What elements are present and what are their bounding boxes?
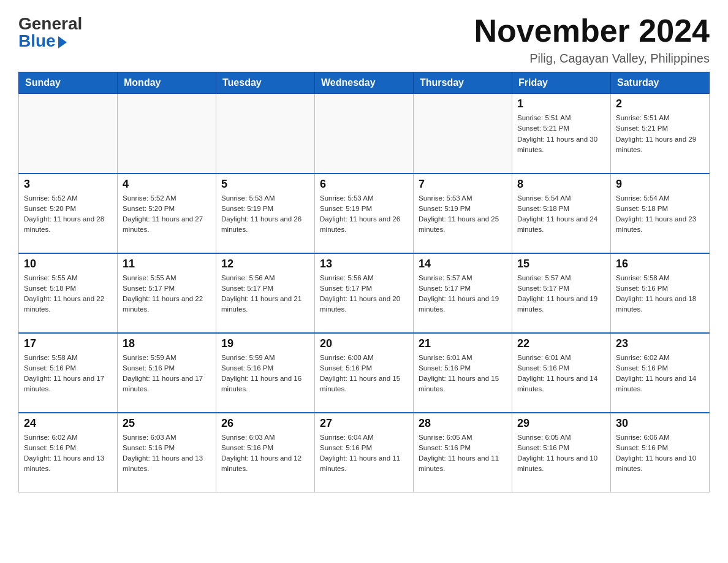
day-info: Sunrise: 5:53 AMSunset: 5:19 PMDaylight:… (419, 193, 507, 236)
day-number: 23 (616, 337, 704, 350)
day-number: 26 (221, 417, 309, 430)
day-info: Sunrise: 5:55 AMSunset: 5:17 PMDaylight:… (123, 273, 211, 315)
day-info: Sunrise: 6:01 AMSunset: 5:16 PMDaylight:… (419, 353, 507, 395)
calendar-cell: 26Sunrise: 6:03 AMSunset: 5:16 PMDayligh… (216, 413, 315, 492)
calendar-cell: 8Sunrise: 5:54 AMSunset: 5:18 PMDaylight… (512, 174, 611, 253)
day-info: Sunrise: 6:04 AMSunset: 5:16 PMDaylight:… (320, 432, 408, 475)
day-number: 4 (123, 178, 211, 191)
day-number: 28 (419, 417, 507, 430)
calendar-cell: 17Sunrise: 5:58 AMSunset: 5:16 PMDayligh… (19, 333, 118, 413)
calendar-cell (118, 94, 216, 174)
calendar-cell: 24Sunrise: 6:02 AMSunset: 5:16 PMDayligh… (19, 413, 118, 492)
calendar-cell: 1Sunrise: 5:51 AMSunset: 5:21 PMDaylight… (512, 94, 611, 174)
day-info: Sunrise: 5:52 AMSunset: 5:20 PMDaylight:… (123, 193, 211, 236)
day-info: Sunrise: 5:54 AMSunset: 5:18 PMDaylight:… (616, 193, 704, 236)
day-info: Sunrise: 6:05 AMSunset: 5:16 PMDaylight:… (419, 432, 507, 475)
calendar-cell: 2Sunrise: 5:51 AMSunset: 5:21 PMDaylight… (611, 94, 710, 174)
title-section: November 2024 Pilig, Cagayan Valley, Phi… (474, 12, 710, 66)
calendar-cell: 14Sunrise: 5:57 AMSunset: 5:17 PMDayligh… (414, 253, 512, 333)
month-title: November 2024 (474, 12, 710, 49)
calendar-header-friday: Friday (512, 72, 611, 94)
day-info: Sunrise: 6:06 AMSunset: 5:16 PMDaylight:… (616, 432, 704, 475)
calendar-cell: 7Sunrise: 5:53 AMSunset: 5:19 PMDaylight… (414, 174, 512, 253)
calendar-cell: 21Sunrise: 6:01 AMSunset: 5:16 PMDayligh… (414, 333, 512, 413)
calendar-week-row: 17Sunrise: 5:58 AMSunset: 5:16 PMDayligh… (19, 333, 710, 413)
day-number: 2 (616, 98, 704, 110)
day-info: Sunrise: 5:59 AMSunset: 5:16 PMDaylight:… (221, 353, 309, 395)
calendar-cell: 10Sunrise: 5:55 AMSunset: 5:18 PMDayligh… (19, 253, 118, 333)
location-text: Pilig, Cagayan Valley, Philippines (474, 52, 710, 66)
calendar-cell: 3Sunrise: 5:52 AMSunset: 5:20 PMDaylight… (19, 174, 118, 253)
day-info: Sunrise: 6:02 AMSunset: 5:16 PMDaylight:… (24, 432, 112, 475)
day-info: Sunrise: 6:03 AMSunset: 5:16 PMDaylight:… (123, 432, 211, 475)
day-info: Sunrise: 6:05 AMSunset: 5:16 PMDaylight:… (517, 432, 605, 475)
day-info: Sunrise: 5:51 AMSunset: 5:21 PMDaylight:… (517, 113, 605, 155)
day-number: 6 (320, 178, 408, 191)
calendar-cell: 23Sunrise: 6:02 AMSunset: 5:16 PMDayligh… (611, 333, 710, 413)
calendar-cell: 22Sunrise: 6:01 AMSunset: 5:16 PMDayligh… (512, 333, 611, 413)
calendar-header-row: SundayMondayTuesdayWednesdayThursdayFrid… (19, 72, 710, 94)
logo-arrow-icon (58, 36, 67, 48)
calendar-header-saturday: Saturday (611, 72, 710, 94)
calendar-cell (216, 94, 315, 174)
calendar-week-row: 24Sunrise: 6:02 AMSunset: 5:16 PMDayligh… (19, 413, 710, 492)
day-number: 16 (616, 258, 704, 270)
calendar-cell: 11Sunrise: 5:55 AMSunset: 5:17 PMDayligh… (118, 253, 216, 333)
day-info: Sunrise: 5:53 AMSunset: 5:19 PMDaylight:… (320, 193, 408, 236)
day-info: Sunrise: 5:57 AMSunset: 5:17 PMDaylight:… (419, 273, 507, 315)
calendar-header-tuesday: Tuesday (216, 72, 315, 94)
calendar-cell: 25Sunrise: 6:03 AMSunset: 5:16 PMDayligh… (118, 413, 216, 492)
calendar-cell: 19Sunrise: 5:59 AMSunset: 5:16 PMDayligh… (216, 333, 315, 413)
calendar-header-thursday: Thursday (414, 72, 512, 94)
day-info: Sunrise: 5:51 AMSunset: 5:21 PMDaylight:… (616, 113, 704, 155)
day-number: 3 (24, 178, 112, 191)
calendar-cell: 13Sunrise: 5:56 AMSunset: 5:17 PMDayligh… (315, 253, 414, 333)
logo-general-text: General (18, 15, 82, 33)
calendar-cell (19, 94, 118, 174)
day-number: 19 (221, 337, 309, 350)
day-number: 29 (517, 417, 605, 430)
day-info: Sunrise: 5:55 AMSunset: 5:18 PMDaylight:… (24, 273, 112, 315)
calendar-cell: 12Sunrise: 5:56 AMSunset: 5:17 PMDayligh… (216, 253, 315, 333)
day-info: Sunrise: 5:58 AMSunset: 5:16 PMDaylight:… (616, 273, 704, 315)
day-number: 1 (517, 98, 605, 110)
logo: General Blue (18, 12, 82, 50)
day-number: 7 (419, 178, 507, 191)
calendar-header-sunday: Sunday (19, 72, 118, 94)
day-number: 27 (320, 417, 408, 430)
day-info: Sunrise: 5:59 AMSunset: 5:16 PMDaylight:… (123, 353, 211, 395)
day-info: Sunrise: 5:54 AMSunset: 5:18 PMDaylight:… (517, 193, 605, 236)
calendar-cell: 30Sunrise: 6:06 AMSunset: 5:16 PMDayligh… (611, 413, 710, 492)
page-header: General Blue November 2024 Pilig, Cagaya… (18, 12, 710, 66)
calendar-cell: 9Sunrise: 5:54 AMSunset: 5:18 PMDaylight… (611, 174, 710, 253)
calendar-header-wednesday: Wednesday (315, 72, 414, 94)
day-number: 20 (320, 337, 408, 350)
day-number: 12 (221, 258, 309, 270)
calendar-cell: 28Sunrise: 6:05 AMSunset: 5:16 PMDayligh… (414, 413, 512, 492)
day-number: 11 (123, 258, 211, 270)
day-number: 14 (419, 258, 507, 270)
calendar-week-row: 3Sunrise: 5:52 AMSunset: 5:20 PMDaylight… (19, 174, 710, 253)
day-number: 30 (616, 417, 704, 430)
day-number: 17 (24, 337, 112, 350)
day-info: Sunrise: 5:52 AMSunset: 5:20 PMDaylight:… (24, 193, 112, 236)
day-info: Sunrise: 5:56 AMSunset: 5:17 PMDaylight:… (221, 273, 309, 315)
calendar-table: SundayMondayTuesdayWednesdayThursdayFrid… (18, 72, 710, 492)
day-info: Sunrise: 6:03 AMSunset: 5:16 PMDaylight:… (221, 432, 309, 475)
day-info: Sunrise: 5:53 AMSunset: 5:19 PMDaylight:… (221, 193, 309, 236)
day-info: Sunrise: 6:01 AMSunset: 5:16 PMDaylight:… (517, 353, 605, 395)
calendar-cell: 5Sunrise: 5:53 AMSunset: 5:19 PMDaylight… (216, 174, 315, 253)
calendar-week-row: 10Sunrise: 5:55 AMSunset: 5:18 PMDayligh… (19, 253, 710, 333)
day-number: 18 (123, 337, 211, 350)
day-info: Sunrise: 6:02 AMSunset: 5:16 PMDaylight:… (616, 353, 704, 395)
calendar-cell: 29Sunrise: 6:05 AMSunset: 5:16 PMDayligh… (512, 413, 611, 492)
day-number: 10 (24, 258, 112, 270)
calendar-cell (315, 94, 414, 174)
day-info: Sunrise: 5:58 AMSunset: 5:16 PMDaylight:… (24, 353, 112, 395)
calendar-cell (414, 94, 512, 174)
day-number: 13 (320, 258, 408, 270)
logo-blue-text: Blue (18, 33, 67, 50)
calendar-cell: 16Sunrise: 5:58 AMSunset: 5:16 PMDayligh… (611, 253, 710, 333)
calendar-week-row: 1Sunrise: 5:51 AMSunset: 5:21 PMDaylight… (19, 94, 710, 174)
calendar-header-monday: Monday (118, 72, 216, 94)
